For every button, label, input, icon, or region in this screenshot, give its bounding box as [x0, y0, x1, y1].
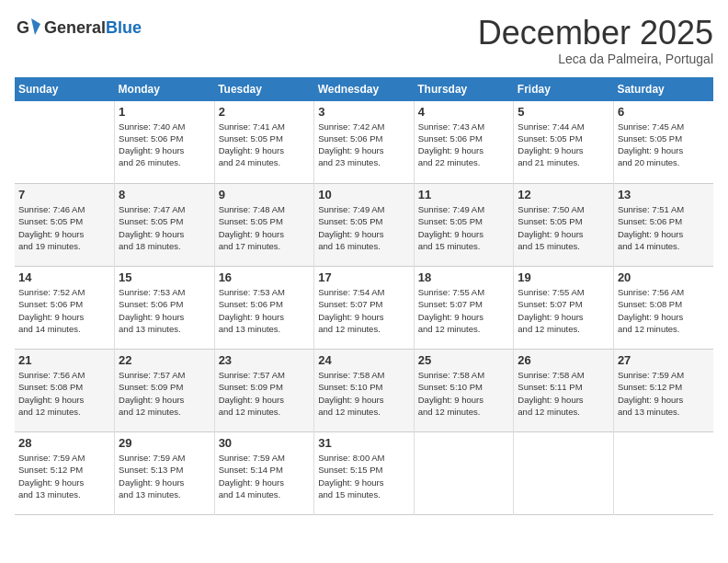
calendar-cell	[514, 432, 614, 515]
day-info: Sunrise: 7:49 AM Sunset: 5:05 PM Dayligh…	[418, 203, 510, 252]
calendar-body: 1Sunrise: 7:40 AM Sunset: 5:06 PM Daylig…	[15, 101, 713, 515]
month-title: December 2025	[478, 15, 713, 52]
calendar-cell: 11Sunrise: 7:49 AM Sunset: 5:05 PM Dayli…	[414, 184, 514, 267]
calendar-cell: 4Sunrise: 7:43 AM Sunset: 5:06 PM Daylig…	[414, 101, 514, 184]
day-number: 28	[18, 436, 110, 450]
day-info: Sunrise: 7:53 AM Sunset: 5:06 PM Dayligh…	[219, 286, 311, 335]
calendar-cell: 9Sunrise: 7:48 AM Sunset: 5:05 PM Daylig…	[214, 184, 314, 267]
day-info: Sunrise: 7:41 AM Sunset: 5:05 PM Dayligh…	[219, 121, 311, 169]
day-number: 14	[18, 270, 110, 284]
day-number: 21	[18, 353, 110, 367]
day-number: 4	[418, 105, 510, 119]
day-info: Sunrise: 7:52 AM Sunset: 5:06 PM Dayligh…	[18, 286, 110, 335]
day-number: 20	[618, 270, 710, 284]
day-number: 24	[318, 353, 410, 367]
calendar-cell: 29Sunrise: 7:59 AM Sunset: 5:13 PM Dayli…	[115, 432, 215, 515]
calendar-cell: 30Sunrise: 7:59 AM Sunset: 5:14 PM Dayli…	[214, 432, 314, 515]
calendar-cell: 14Sunrise: 7:52 AM Sunset: 5:06 PM Dayli…	[15, 267, 115, 350]
day-info: Sunrise: 7:57 AM Sunset: 5:09 PM Dayligh…	[119, 369, 210, 418]
calendar-cell: 26Sunrise: 7:58 AM Sunset: 5:11 PM Dayli…	[514, 350, 614, 432]
day-number: 17	[318, 270, 410, 284]
calendar-cell: 1Sunrise: 7:40 AM Sunset: 5:06 PM Daylig…	[115, 101, 215, 184]
day-info: Sunrise: 7:54 AM Sunset: 5:07 PM Dayligh…	[318, 286, 410, 335]
calendar-cell: 18Sunrise: 7:55 AM Sunset: 5:07 PM Dayli…	[414, 267, 514, 350]
day-number: 23	[219, 353, 311, 367]
calendar-cell	[15, 101, 115, 184]
day-info: Sunrise: 7:49 AM Sunset: 5:05 PM Dayligh…	[318, 203, 410, 252]
weekday-header-wednesday: Wednesday	[314, 77, 415, 101]
day-info: Sunrise: 7:56 AM Sunset: 5:08 PM Dayligh…	[618, 286, 710, 335]
day-number: 22	[119, 353, 210, 367]
day-number: 13	[618, 188, 710, 201]
calendar-week-row: 1Sunrise: 7:40 AM Sunset: 5:06 PM Daylig…	[15, 101, 713, 184]
day-info: Sunrise: 7:58 AM Sunset: 5:10 PM Dayligh…	[318, 369, 410, 418]
day-number: 29	[119, 436, 210, 450]
calendar-table: SundayMondayTuesdayWednesdayThursdayFrid…	[15, 77, 713, 516]
calendar-cell: 24Sunrise: 7:58 AM Sunset: 5:10 PM Dayli…	[314, 350, 415, 432]
calendar-cell: 12Sunrise: 7:50 AM Sunset: 5:05 PM Dayli…	[514, 184, 614, 267]
day-info: Sunrise: 7:46 AM Sunset: 5:05 PM Dayligh…	[18, 203, 110, 252]
day-number: 1	[119, 105, 210, 119]
day-info: Sunrise: 7:57 AM Sunset: 5:09 PM Dayligh…	[219, 369, 311, 418]
location-title: Leca da Palmeira, Portugal	[478, 52, 713, 66]
calendar-cell: 15Sunrise: 7:53 AM Sunset: 5:06 PM Dayli…	[115, 267, 215, 350]
day-number: 7	[18, 188, 110, 201]
logo-general-text: General	[44, 18, 106, 37]
weekday-header-friday: Friday	[514, 77, 614, 101]
calendar-cell: 6Sunrise: 7:45 AM Sunset: 5:05 PM Daylig…	[613, 101, 713, 184]
day-info: Sunrise: 7:51 AM Sunset: 5:06 PM Dayligh…	[618, 203, 710, 252]
day-number: 16	[219, 270, 311, 284]
day-number: 27	[618, 353, 710, 367]
calendar-cell: 2Sunrise: 7:41 AM Sunset: 5:05 PM Daylig…	[214, 101, 314, 184]
day-info: Sunrise: 7:50 AM Sunset: 5:05 PM Dayligh…	[518, 203, 609, 252]
day-number: 10	[318, 188, 410, 201]
day-info: Sunrise: 7:59 AM Sunset: 5:14 PM Dayligh…	[219, 452, 311, 500]
weekday-header-monday: Monday	[115, 77, 215, 101]
day-number: 8	[119, 188, 210, 201]
calendar-cell: 5Sunrise: 7:44 AM Sunset: 5:05 PM Daylig…	[514, 101, 614, 184]
calendar-cell: 3Sunrise: 7:42 AM Sunset: 5:06 PM Daylig…	[314, 101, 415, 184]
weekday-header-thursday: Thursday	[414, 77, 514, 101]
calendar-week-row: 28Sunrise: 7:59 AM Sunset: 5:12 PM Dayli…	[15, 432, 713, 515]
day-info: Sunrise: 7:48 AM Sunset: 5:05 PM Dayligh…	[219, 203, 311, 252]
day-info: Sunrise: 7:59 AM Sunset: 5:12 PM Dayligh…	[18, 452, 110, 500]
calendar-cell: 22Sunrise: 7:57 AM Sunset: 5:09 PM Dayli…	[115, 350, 215, 432]
day-number: 9	[219, 188, 311, 201]
day-info: Sunrise: 7:59 AM Sunset: 5:12 PM Dayligh…	[618, 369, 710, 418]
svg-text:G: G	[17, 18, 29, 37]
day-number: 2	[219, 105, 311, 119]
day-info: Sunrise: 7:45 AM Sunset: 5:05 PM Dayligh…	[618, 121, 710, 169]
calendar-cell: 23Sunrise: 7:57 AM Sunset: 5:09 PM Dayli…	[214, 350, 314, 432]
day-number: 3	[318, 105, 410, 119]
day-number: 30	[219, 436, 311, 450]
day-number: 25	[418, 353, 510, 367]
calendar-cell: 27Sunrise: 7:59 AM Sunset: 5:12 PM Dayli…	[613, 350, 713, 432]
weekday-header-saturday: Saturday	[613, 77, 713, 101]
calendar-cell: 10Sunrise: 7:49 AM Sunset: 5:05 PM Dayli…	[314, 184, 415, 267]
svg-marker-1	[31, 18, 40, 35]
calendar-week-row: 21Sunrise: 7:56 AM Sunset: 5:08 PM Dayli…	[15, 350, 713, 432]
calendar-cell: 19Sunrise: 7:55 AM Sunset: 5:07 PM Dayli…	[514, 267, 614, 350]
day-number: 5	[518, 105, 609, 119]
day-info: Sunrise: 7:55 AM Sunset: 5:07 PM Dayligh…	[418, 286, 510, 335]
logo-blue-text: Blue	[106, 18, 142, 37]
day-number: 15	[119, 270, 210, 284]
calendar-cell: 31Sunrise: 8:00 AM Sunset: 5:15 PM Dayli…	[314, 432, 415, 515]
day-number: 19	[518, 270, 609, 284]
calendar-week-row: 7Sunrise: 7:46 AM Sunset: 5:05 PM Daylig…	[15, 184, 713, 267]
day-info: Sunrise: 7:43 AM Sunset: 5:06 PM Dayligh…	[418, 121, 510, 169]
calendar-cell: 25Sunrise: 7:58 AM Sunset: 5:10 PM Dayli…	[414, 350, 514, 432]
calendar-cell	[414, 432, 514, 515]
calendar-week-row: 14Sunrise: 7:52 AM Sunset: 5:06 PM Dayli…	[15, 267, 713, 350]
logo: G GeneralBlue	[15, 15, 142, 40]
calendar-cell: 7Sunrise: 7:46 AM Sunset: 5:05 PM Daylig…	[15, 184, 115, 267]
day-number: 26	[518, 353, 609, 367]
day-info: Sunrise: 7:58 AM Sunset: 5:11 PM Dayligh…	[518, 369, 609, 418]
day-number: 31	[318, 436, 410, 450]
day-number: 11	[418, 188, 510, 201]
day-info: Sunrise: 7:44 AM Sunset: 5:05 PM Dayligh…	[518, 121, 609, 169]
day-info: Sunrise: 7:42 AM Sunset: 5:06 PM Dayligh…	[318, 121, 410, 169]
calendar-cell: 28Sunrise: 7:59 AM Sunset: 5:12 PM Dayli…	[15, 432, 115, 515]
header: G GeneralBlue December 2025 Leca da Palm…	[15, 15, 713, 66]
day-number: 12	[518, 188, 609, 201]
